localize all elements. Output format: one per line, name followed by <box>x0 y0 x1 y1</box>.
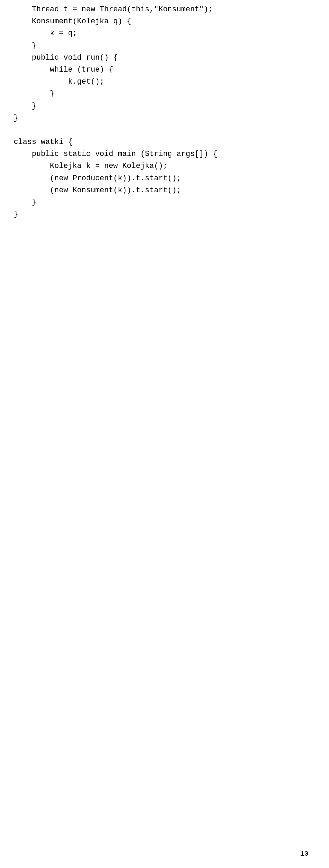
page-number: 10 <box>300 850 308 858</box>
code-block: Thread t = new Thread(this,"Konsument");… <box>14 3 315 220</box>
code-container: Thread t = new Thread(this,"Konsument");… <box>0 0 329 227</box>
